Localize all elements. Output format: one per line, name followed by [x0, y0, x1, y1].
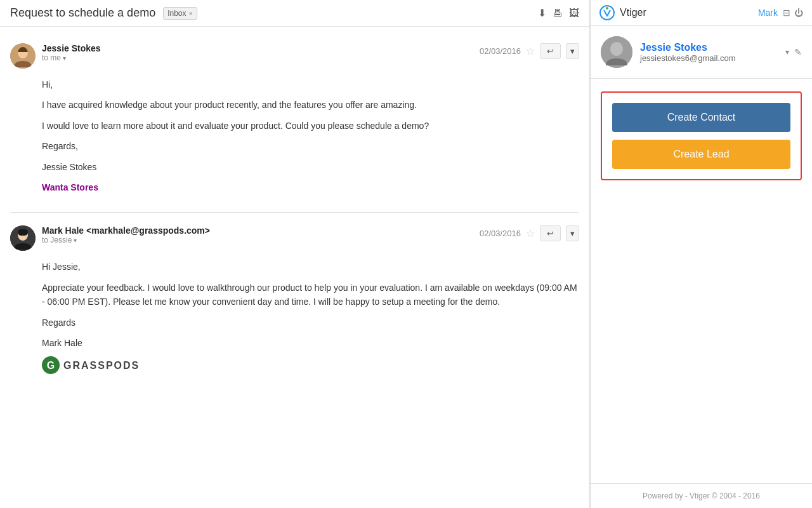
sidebar-power-icon[interactable]: ⏻	[794, 8, 803, 18]
contact-avatar	[601, 36, 632, 68]
vtiger-sidebar: Vtiger Mark ⊟ ⏻ Jessie Stokes jessiestok…	[590, 0, 812, 508]
create-contact-button[interactable]: Create Contact	[612, 103, 790, 132]
image-icon[interactable]: 🖼	[569, 8, 579, 19]
contact-actions: ▾ ✎	[785, 47, 802, 57]
star-icon-2[interactable]: ☆	[526, 227, 535, 239]
sidebar-monitor-icon[interactable]: ⊟	[783, 8, 790, 18]
grasspods-logo: G GRASSPODS	[42, 356, 579, 374]
to-dropdown-1[interactable]: ▾	[63, 55, 66, 62]
create-lead-button[interactable]: Create Lead	[612, 140, 790, 169]
email-sender-name-2: Mark Hale	[42, 336, 579, 350]
avatar-jessie	[10, 43, 36, 69]
email-date-1: 02/03/2016	[480, 46, 521, 56]
email-separator	[10, 212, 579, 213]
email-body-line1-2: Appreciate your feedback. I would love t…	[42, 281, 579, 309]
contact-details: Jessie Stokes jessiestokes6@gmail.com	[640, 42, 778, 63]
sidebar-action-icons: ⊟ ⏻	[783, 8, 803, 18]
email-regards-2: Regards	[42, 316, 579, 330]
grasspods-g-icon: G	[42, 356, 60, 374]
more-button-1[interactable]: ▾	[566, 43, 579, 59]
email-date-actions-2: 02/03/2016 ☆ ↩ ▾	[480, 225, 579, 241]
contact-edit-icon[interactable]: ✎	[794, 47, 802, 57]
svg-point-8	[610, 42, 623, 56]
header-actions: ⬇ 🖶 🖼	[538, 7, 579, 19]
svg-point-6	[606, 7, 608, 10]
email-greeting-2: Hi Jessie,	[42, 260, 579, 274]
email-meta-1: Jessie Stokes to me ▾ 02/03/2016 ☆ ↩ ▾	[10, 37, 579, 72]
action-highlight-area: Create Contact Create Lead	[601, 91, 802, 180]
inbox-label: Inbox	[167, 9, 186, 18]
email-body-line2-1: I would love to learn more about it and …	[42, 119, 579, 133]
sender-info-1: Jessie Stokes to me ▾	[42, 43, 473, 62]
email-sender-name-1: Jessie Stokes	[42, 160, 579, 174]
email-main-area: Request to schedule a demo Inbox × ⬇ 🖶 🖼	[0, 0, 590, 508]
sender-name-2: Mark Hale <markhale@grasspods.com>	[42, 225, 473, 236]
email-message-2: Mark Hale <markhale@grasspods.com> to Je…	[10, 219, 579, 379]
email-regards-1: Regards,	[42, 139, 579, 153]
sender-to-2: to Jessie ▾	[42, 236, 473, 244]
sidebar-footer: Powered by - Vtiger © 2004 - 2016	[591, 483, 812, 508]
email-body-2: Hi Jessie, Appreciate your feedback. I w…	[10, 255, 579, 379]
sender-name-1: Jessie Stokes	[42, 43, 473, 53]
contact-dropdown-icon[interactable]: ▾	[785, 48, 789, 57]
sidebar-user-area: Mark ⊟ ⏻	[758, 8, 803, 18]
sender-to-1: to me ▾	[42, 53, 473, 62]
email-header-bar: Request to schedule a demo Inbox × ⬇ 🖶 🖼	[0, 0, 589, 27]
vtiger-logo-area: Vtiger	[599, 5, 646, 20]
reply-button-1[interactable]: ↩	[540, 43, 561, 59]
star-icon-1[interactable]: ☆	[526, 45, 535, 57]
email-thread: Jessie Stokes to me ▾ 02/03/2016 ☆ ↩ ▾ H…	[0, 27, 589, 508]
more-button-2[interactable]: ▾	[566, 225, 579, 241]
email-greeting-1: Hi,	[42, 77, 579, 91]
vtiger-app-name: Vtiger	[620, 7, 646, 18]
contact-email: jessiestokes6@gmail.com	[640, 53, 778, 63]
print-icon[interactable]: 🖶	[553, 8, 563, 19]
email-body-line1-1: I have acquired knowledge about your pro…	[42, 98, 579, 112]
inbox-close-button[interactable]: ×	[189, 10, 193, 17]
email-date-2: 02/03/2016	[480, 229, 521, 238]
svg-rect-4	[18, 229, 28, 236]
reply-button-2[interactable]: ↩	[540, 225, 561, 241]
email-meta-2: Mark Hale <markhale@grasspods.com> to Je…	[10, 219, 579, 255]
avatar-mark	[10, 225, 36, 251]
to-dropdown-2[interactable]: ▾	[74, 237, 77, 244]
vtiger-logo-icon	[599, 5, 615, 20]
download-icon[interactable]: ⬇	[538, 7, 546, 19]
inbox-tag: Inbox ×	[163, 7, 197, 20]
grasspods-text: GRASSPODS	[63, 358, 140, 374]
email-date-actions-1: 02/03/2016 ☆ ↩ ▾	[480, 43, 579, 59]
company-link-1[interactable]: Wanta Stores	[42, 182, 98, 192]
sidebar-username: Mark	[758, 8, 778, 18]
email-subject: Request to schedule a demo	[10, 6, 155, 20]
footer-text: Powered by - Vtiger © 2004 - 2016	[643, 491, 760, 500]
contact-name[interactable]: Jessie Stokes	[640, 42, 778, 53]
email-message-1: Jessie Stokes to me ▾ 02/03/2016 ☆ ↩ ▾ H…	[10, 37, 579, 199]
email-body-1: Hi, I have acquired knowledge about your…	[10, 72, 579, 199]
sender-info-2: Mark Hale <markhale@grasspods.com> to Je…	[42, 225, 473, 244]
contact-section: Jessie Stokes jessiestokes6@gmail.com ▾ …	[591, 26, 812, 79]
sidebar-header: Vtiger Mark ⊟ ⏻	[591, 0, 812, 26]
